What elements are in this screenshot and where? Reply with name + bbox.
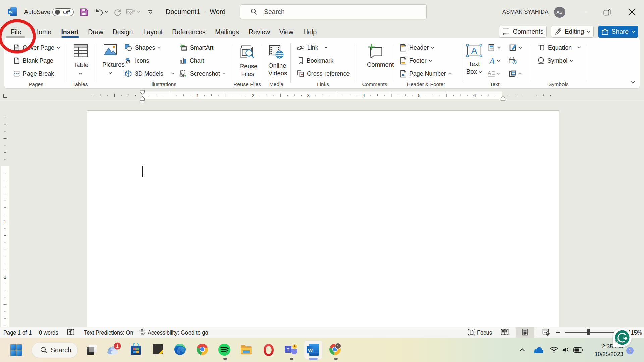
svg-text:T: T [287,347,289,352]
svg-text:S: S [337,344,339,348]
svg-text:A: A [471,46,477,56]
svg-text:4: 4 [363,93,365,98]
svg-text:W: W [308,347,313,353]
svg-text:#: # [402,73,404,77]
svg-text:A: A [488,70,491,76]
svg-text:A: A [488,57,495,66]
svg-text:2: 2 [252,93,254,98]
svg-text:2: 2 [4,275,6,280]
svg-text:1: 1 [116,343,119,349]
svg-text:6: 6 [473,93,476,98]
svg-text:1: 1 [4,219,6,224]
svg-text:3: 3 [307,93,310,98]
svg-text:W: W [9,10,13,14]
svg-text:1: 1 [196,93,199,98]
svg-text:5: 5 [418,93,421,98]
